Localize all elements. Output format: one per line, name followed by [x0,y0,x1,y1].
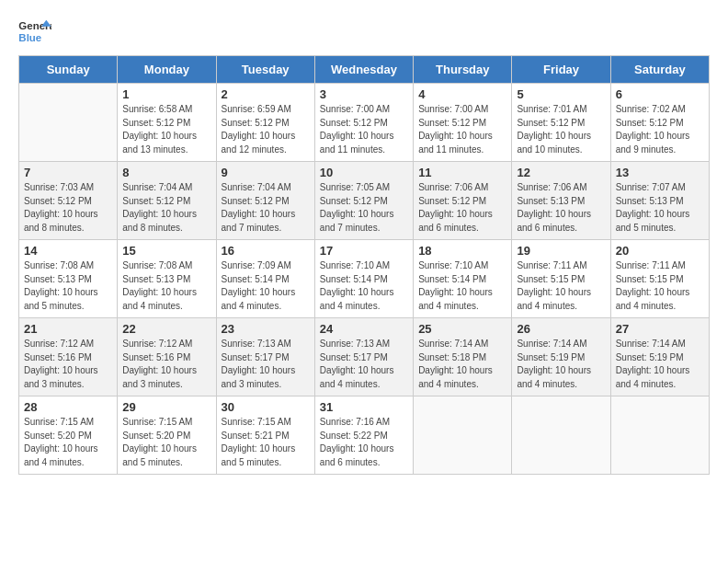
calendar-cell: 28Sunrise: 7:15 AM Sunset: 5:20 PM Dayli… [19,396,118,475]
day-number: 14 [24,244,112,258]
calendar-cell [414,396,512,475]
weekday-header-tuesday: Tuesday [216,56,314,84]
calendar-cell: 2Sunrise: 6:59 AM Sunset: 5:12 PM Daylig… [216,84,314,162]
day-info: Sunrise: 7:13 AM Sunset: 5:17 PM Dayligh… [222,338,310,391]
day-info: Sunrise: 7:14 AM Sunset: 5:18 PM Dayligh… [418,338,506,391]
day-number: 29 [122,400,210,414]
day-number: 26 [517,322,605,336]
day-number: 31 [320,400,408,414]
day-info: Sunrise: 7:11 AM Sunset: 5:15 PM Dayligh… [517,259,605,313]
day-info: Sunrise: 7:15 AM Sunset: 5:20 PM Dayligh… [122,416,210,469]
calendar-cell: 4Sunrise: 7:00 AM Sunset: 5:12 PM Daylig… [414,84,512,162]
calendar-cell [512,396,610,475]
day-number: 28 [24,400,112,414]
day-info: Sunrise: 7:08 AM Sunset: 5:13 PM Dayligh… [24,259,112,313]
day-info: Sunrise: 7:12 AM Sunset: 5:16 PM Dayligh… [24,338,112,391]
day-number: 2 [222,87,310,101]
calendar-week-row: 7Sunrise: 7:03 AM Sunset: 5:12 PM Daylig… [19,162,710,240]
day-number: 16 [222,244,310,258]
day-info: Sunrise: 7:06 AM Sunset: 5:12 PM Dayligh… [418,181,506,235]
calendar-cell: 6Sunrise: 7:02 AM Sunset: 5:12 PM Daylig… [610,84,709,162]
day-info: Sunrise: 6:59 AM Sunset: 5:12 PM Dayligh… [222,103,310,156]
weekday-header-row: SundayMondayTuesdayWednesdayThursdayFrid… [19,56,710,84]
calendar-table: SundayMondayTuesdayWednesdayThursdayFrid… [18,55,710,475]
day-number: 22 [122,322,210,336]
day-number: 13 [616,166,704,179]
day-number: 7 [24,166,112,179]
day-number: 15 [122,244,210,258]
calendar-cell: 30Sunrise: 7:15 AM Sunset: 5:21 PM Dayli… [216,396,314,475]
calendar-week-row: 28Sunrise: 7:15 AM Sunset: 5:20 PM Dayli… [19,396,710,475]
day-number: 12 [517,166,605,179]
calendar-cell: 17Sunrise: 7:10 AM Sunset: 5:14 PM Dayli… [314,240,413,318]
day-number: 1 [122,87,210,101]
calendar-cell: 27Sunrise: 7:14 AM Sunset: 5:19 PM Dayli… [610,318,709,396]
calendar-cell: 18Sunrise: 7:10 AM Sunset: 5:14 PM Dayli… [414,240,512,318]
day-info: Sunrise: 7:10 AM Sunset: 5:14 PM Dayligh… [320,259,408,313]
day-number: 10 [320,166,408,179]
calendar-cell: 14Sunrise: 7:08 AM Sunset: 5:13 PM Dayli… [19,240,118,318]
weekday-header-thursday: Thursday [414,56,512,84]
weekday-header-sunday: Sunday [19,56,118,84]
calendar-cell [610,396,709,475]
day-info: Sunrise: 7:06 AM Sunset: 5:13 PM Dayligh… [517,181,605,235]
calendar-cell: 21Sunrise: 7:12 AM Sunset: 5:16 PM Dayli… [19,318,118,396]
calendar-cell: 20Sunrise: 7:11 AM Sunset: 5:15 PM Dayli… [610,240,709,318]
day-number: 18 [418,244,506,258]
day-info: Sunrise: 7:01 AM Sunset: 5:12 PM Dayligh… [517,103,605,156]
page-header: General Blue [18,18,710,46]
calendar-cell: 11Sunrise: 7:06 AM Sunset: 5:12 PM Dayli… [414,162,512,240]
calendar-cell: 29Sunrise: 7:15 AM Sunset: 5:20 PM Dayli… [118,396,216,475]
day-info: Sunrise: 7:11 AM Sunset: 5:15 PM Dayligh… [616,259,704,313]
calendar-cell: 22Sunrise: 7:12 AM Sunset: 5:16 PM Dayli… [118,318,216,396]
calendar-cell: 8Sunrise: 7:04 AM Sunset: 5:12 PM Daylig… [118,162,216,240]
weekday-header-wednesday: Wednesday [314,56,413,84]
calendar-cell: 16Sunrise: 7:09 AM Sunset: 5:14 PM Dayli… [216,240,314,318]
day-number: 9 [222,166,310,179]
calendar-cell: 7Sunrise: 7:03 AM Sunset: 5:12 PM Daylig… [19,162,118,240]
day-info: Sunrise: 6:58 AM Sunset: 5:12 PM Dayligh… [122,103,210,156]
day-number: 8 [122,166,210,179]
day-info: Sunrise: 7:03 AM Sunset: 5:12 PM Dayligh… [24,181,112,235]
calendar-cell: 12Sunrise: 7:06 AM Sunset: 5:13 PM Dayli… [512,162,610,240]
day-info: Sunrise: 7:12 AM Sunset: 5:16 PM Dayligh… [122,338,210,391]
day-number: 20 [616,244,704,258]
day-info: Sunrise: 7:13 AM Sunset: 5:17 PM Dayligh… [320,338,408,391]
day-info: Sunrise: 7:05 AM Sunset: 5:12 PM Dayligh… [320,181,408,235]
calendar-cell: 24Sunrise: 7:13 AM Sunset: 5:17 PM Dayli… [314,318,413,396]
calendar-week-row: 14Sunrise: 7:08 AM Sunset: 5:13 PM Dayli… [19,240,710,318]
logo-icon: General Blue [18,18,51,46]
calendar-cell: 15Sunrise: 7:08 AM Sunset: 5:13 PM Dayli… [118,240,216,318]
day-info: Sunrise: 7:04 AM Sunset: 5:12 PM Dayligh… [122,181,210,235]
weekday-header-saturday: Saturday [610,56,709,84]
day-number: 25 [418,322,506,336]
calendar-cell: 9Sunrise: 7:04 AM Sunset: 5:12 PM Daylig… [216,162,314,240]
day-info: Sunrise: 7:00 AM Sunset: 5:12 PM Dayligh… [320,103,408,156]
weekday-header-friday: Friday [512,56,610,84]
calendar-cell: 3Sunrise: 7:00 AM Sunset: 5:12 PM Daylig… [314,84,413,162]
calendar-cell [19,84,118,162]
day-info: Sunrise: 7:10 AM Sunset: 5:14 PM Dayligh… [418,259,506,313]
day-info: Sunrise: 7:14 AM Sunset: 5:19 PM Dayligh… [517,338,605,391]
calendar-cell: 25Sunrise: 7:14 AM Sunset: 5:18 PM Dayli… [414,318,512,396]
calendar-cell: 31Sunrise: 7:16 AM Sunset: 5:22 PM Dayli… [314,396,413,475]
day-info: Sunrise: 7:09 AM Sunset: 5:14 PM Dayligh… [222,259,310,313]
day-info: Sunrise: 7:02 AM Sunset: 5:12 PM Dayligh… [616,103,704,156]
day-info: Sunrise: 7:00 AM Sunset: 5:12 PM Dayligh… [418,103,506,156]
weekday-header-monday: Monday [118,56,216,84]
day-number: 4 [418,87,506,101]
day-info: Sunrise: 7:16 AM Sunset: 5:22 PM Dayligh… [320,416,408,469]
calendar-week-row: 21Sunrise: 7:12 AM Sunset: 5:16 PM Dayli… [19,318,710,396]
calendar-cell: 13Sunrise: 7:07 AM Sunset: 5:13 PM Dayli… [610,162,709,240]
day-info: Sunrise: 7:14 AM Sunset: 5:19 PM Dayligh… [616,338,704,391]
calendar-cell: 19Sunrise: 7:11 AM Sunset: 5:15 PM Dayli… [512,240,610,318]
calendar-cell: 10Sunrise: 7:05 AM Sunset: 5:12 PM Dayli… [314,162,413,240]
day-number: 17 [320,244,408,258]
day-info: Sunrise: 7:15 AM Sunset: 5:20 PM Dayligh… [24,416,112,469]
day-info: Sunrise: 7:15 AM Sunset: 5:21 PM Dayligh… [222,416,310,469]
day-number: 21 [24,322,112,336]
day-number: 24 [320,322,408,336]
logo: General Blue [18,18,51,46]
day-number: 6 [616,87,704,101]
calendar-cell: 5Sunrise: 7:01 AM Sunset: 5:12 PM Daylig… [512,84,610,162]
